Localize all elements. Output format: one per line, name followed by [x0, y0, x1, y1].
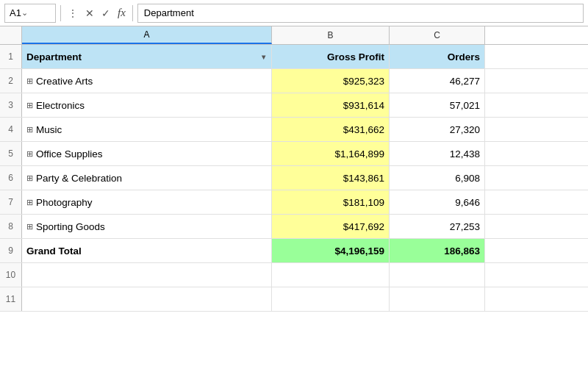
- cell-c2[interactable]: 46,277: [390, 69, 485, 93]
- row-num-7: 7: [0, 190, 22, 214]
- expand-icon-5[interactable]: ⊞: [26, 149, 33, 159]
- filter-dropdown-icon[interactable]: ▾: [262, 53, 267, 61]
- fx-icon: fx: [115, 5, 128, 21]
- cell-b7[interactable]: $181,109: [272, 190, 390, 214]
- gross-profit-3: $931,614: [343, 100, 384, 111]
- gross-profit-6: $143,861: [343, 173, 384, 184]
- expand-icon-4[interactable]: ⊞: [26, 125, 33, 135]
- cell-c4[interactable]: 27,320: [390, 118, 485, 141]
- grand-total-orders: 186,863: [444, 245, 480, 257]
- cell-b6[interactable]: $143,861: [272, 166, 390, 190]
- spreadsheet: A B C 1 Department ▾ Gross Profit Orders: [0, 26, 588, 380]
- cell-b2[interactable]: $925,323: [272, 69, 390, 93]
- cancel-formula-icon[interactable]: ✕: [83, 6, 96, 21]
- expand-icon-3[interactable]: ⊞: [26, 101, 33, 110]
- cell-c3[interactable]: 57,021: [390, 93, 485, 117]
- table-row: 2 ⊞ Creative Arts $925,323 46,277: [0, 69, 588, 93]
- cell-b11[interactable]: [272, 287, 390, 311]
- cell-a8[interactable]: ⊞ Sporting Goods: [22, 215, 272, 238]
- formula-colon-icon[interactable]: ⋮: [65, 6, 80, 21]
- cell-c9[interactable]: 186,863: [390, 239, 485, 262]
- gross-profit-8: $417,692: [343, 221, 384, 232]
- gross-profit-2: $925,323: [343, 76, 384, 87]
- cell-a2[interactable]: ⊞ Creative Arts: [22, 69, 272, 93]
- formula-value: Department: [144, 7, 194, 18]
- table-row: 7 ⊞ Photography $181,109 9,646: [0, 190, 588, 215]
- cell-b9[interactable]: $4,196,159: [272, 239, 390, 262]
- row-num-8: 8: [0, 215, 22, 238]
- col-header-c[interactable]: C: [390, 26, 485, 44]
- cell-c10[interactable]: [390, 263, 485, 287]
- dept-name-7: Photography: [36, 197, 93, 208]
- cell-a6[interactable]: ⊞ Party & Celebration: [22, 166, 272, 190]
- formula-bar-divider: [60, 5, 61, 21]
- row-num-10: 10: [0, 263, 22, 287]
- cell-a4[interactable]: ⊞ Music: [22, 118, 272, 141]
- table-row: 5 ⊞ Office Supplies $1,164,899 12,438: [0, 142, 588, 166]
- row-num-corner: [0, 26, 22, 44]
- orders-header: Orders: [448, 51, 480, 62]
- orders-4: 27,320: [450, 124, 480, 135]
- cell-b3[interactable]: $931,614: [272, 93, 390, 117]
- cell-a1[interactable]: Department ▾: [22, 45, 272, 68]
- cell-c1[interactable]: Orders: [390, 45, 485, 68]
- row-num-3: 3: [0, 93, 22, 117]
- expand-icon-6[interactable]: ⊞: [26, 173, 33, 183]
- grand-total-row: 9 Grand Total $4,196,159 186,863: [0, 239, 588, 263]
- col-b-label: B: [327, 30, 333, 40]
- table-row: 6 ⊞ Party & Celebration $143,861 6,908: [0, 166, 588, 190]
- col-header-a[interactable]: A: [22, 26, 272, 44]
- cell-b1[interactable]: Gross Profit: [272, 45, 390, 68]
- cell-ref-chevron[interactable]: ⌄: [21, 8, 28, 18]
- col-header-b[interactable]: B: [272, 26, 390, 44]
- orders-7: 9,646: [455, 197, 480, 208]
- rows-container: 1 Department ▾ Gross Profit Orders 2 ⊞ C…: [0, 45, 588, 380]
- cell-a9[interactable]: Grand Total: [22, 239, 272, 262]
- orders-8: 27,253: [450, 221, 480, 232]
- dept-name-2: Creative Arts: [36, 76, 93, 87]
- table-row: 4 ⊞ Music $431,662 27,320: [0, 118, 588, 142]
- formula-bar-icons: ⋮ ✕ ✓ fx: [65, 5, 128, 21]
- row-num-1: 1: [0, 45, 22, 68]
- cell-c6[interactable]: 6,908: [390, 166, 485, 190]
- expand-icon-7[interactable]: ⊞: [26, 198, 33, 207]
- cell-b4[interactable]: $431,662: [272, 118, 390, 141]
- header-row: 1 Department ▾ Gross Profit Orders: [0, 45, 588, 69]
- cell-reference-box[interactable]: A1 ⌄: [4, 4, 56, 23]
- formula-bar-divider2: [132, 5, 133, 21]
- gross-profit-7: $181,109: [343, 197, 384, 208]
- formula-bar: A1 ⌄ ⋮ ✕ ✓ fx Department: [0, 0, 588, 26]
- dept-name-8: Sporting Goods: [36, 221, 105, 232]
- orders-3: 57,021: [450, 100, 480, 111]
- dept-name-4: Music: [36, 124, 62, 135]
- grand-total-label: Grand Total: [26, 245, 82, 257]
- cell-b10[interactable]: [272, 263, 390, 287]
- cell-a10[interactable]: [22, 263, 272, 287]
- row-num-6: 6: [0, 166, 22, 190]
- dept-name-3: Electronics: [36, 100, 85, 111]
- col-a-label: A: [143, 29, 149, 40]
- orders-5: 12,438: [450, 148, 480, 159]
- cell-a7[interactable]: ⊞ Photography: [22, 190, 272, 214]
- orders-2: 46,277: [450, 76, 480, 87]
- cell-a11[interactable]: [22, 287, 272, 311]
- cell-a3[interactable]: ⊞ Electronics: [22, 93, 272, 117]
- expand-icon-2[interactable]: ⊞: [26, 76, 33, 86]
- formula-input[interactable]: Department: [137, 4, 584, 23]
- table-row: 8 ⊞ Sporting Goods $417,692 27,253: [0, 215, 588, 239]
- cell-b5[interactable]: $1,164,899: [272, 142, 390, 165]
- dept-name-5: Office Supplies: [36, 148, 103, 159]
- cell-c7[interactable]: 9,646: [390, 190, 485, 214]
- cell-c5[interactable]: 12,438: [390, 142, 485, 165]
- grand-total-gross-profit: $4,196,159: [334, 245, 384, 257]
- expand-icon-8[interactable]: ⊞: [26, 222, 33, 232]
- empty-row-10: 10: [0, 263, 588, 287]
- row-num-11: 11: [0, 287, 22, 311]
- cell-a5[interactable]: ⊞ Office Supplies: [22, 142, 272, 165]
- confirm-formula-icon[interactable]: ✓: [99, 6, 112, 21]
- cell-c11[interactable]: [390, 287, 485, 311]
- cell-c8[interactable]: 27,253: [390, 215, 485, 238]
- cell-b8[interactable]: $417,692: [272, 215, 390, 238]
- orders-6: 6,908: [455, 173, 480, 184]
- cell-ref-text: A1: [10, 7, 21, 18]
